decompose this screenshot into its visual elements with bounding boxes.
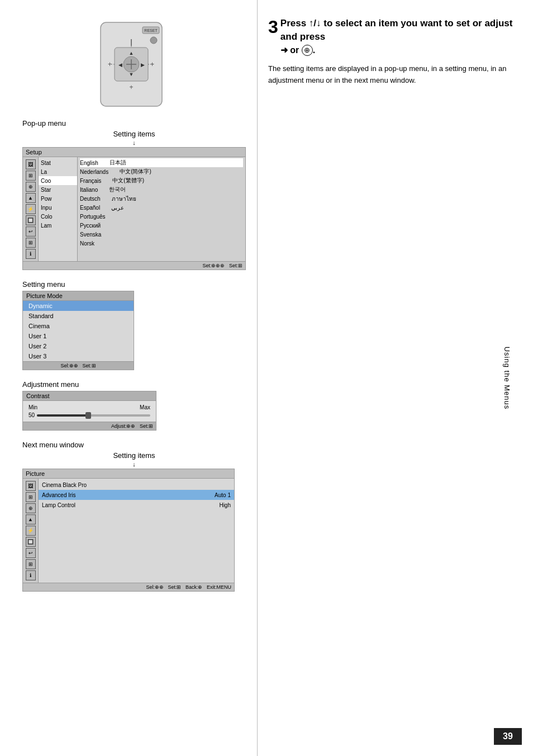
contrast-footer: Adjust:⊕⊕ Set:⊞ — [23, 422, 156, 430]
setup-items-col: Stat La Coo Star Pow Inpu Colo Lam — [39, 157, 78, 261]
lang-nederlands: Nederlands中文(简体字) — [80, 167, 243, 176]
next-icon-status: ▲ — [23, 514, 38, 525]
side-label: Using the Menus — [503, 347, 511, 410]
popup-menu-label: Pop-up menu — [22, 119, 246, 127]
menu-item-la: La — [39, 167, 77, 176]
lamp-control-value: High — [219, 502, 231, 508]
lang-francais: Français中文(繁體字) — [80, 176, 243, 185]
svg-text:+: + — [129, 83, 133, 91]
picture-mode-footer: Sel:⊕⊕ Set:⊞ — [23, 361, 134, 370]
icon-screen: ⊞ — [23, 170, 38, 181]
menu-item-star: Star — [39, 185, 77, 194]
setting-items-arrow-top: ↓ — [22, 139, 246, 146]
setting-items-label-top: Setting items — [22, 130, 246, 138]
next-icon-info: ℹ — [23, 570, 38, 581]
icon-color: 🔲 — [23, 215, 38, 226]
mode-user3: User 3 — [23, 351, 134, 361]
lang-italiano: Italiano한국어 — [80, 185, 243, 194]
icon-feature: ⊕ — [23, 181, 38, 192]
lang-portugues: Português — [80, 212, 243, 221]
setting-menu-label: Setting menu — [22, 280, 246, 289]
next-menu-label: Next menu window — [22, 441, 246, 449]
next-menu-body: 🖼 ⊞ ⊕ ▲ ⚡ 🔲 ↩ ⊞ ℹ Cinema Black Pro — [23, 479, 234, 583]
next-row-advanced-iris: Advanced Iris Auto 1 — [39, 490, 234, 500]
next-menu-icons-col: 🖼 ⊞ ⊕ ▲ ⚡ 🔲 ↩ ⊞ ℹ — [23, 479, 39, 583]
mode-user1: User 1 — [23, 331, 134, 341]
lang-deutsch: Deutschภาษาไทย — [80, 194, 243, 203]
step3-heading-text: Press ↑/↓ to select an item you want to … — [280, 17, 516, 56]
svg-text:RESET: RESET — [144, 29, 158, 32]
menu-item-stat: Stat — [39, 158, 77, 167]
next-row-empty5 — [39, 550, 234, 560]
setting-items-label-bottom: Setting items — [22, 451, 246, 460]
mode-standard: Standard — [23, 311, 134, 321]
icon-input: ↩ — [23, 226, 38, 237]
mode-cinema: Cinema — [23, 321, 134, 331]
setup-langs-col: English日本語 Nederlands中文(简体字) Français中文(… — [78, 157, 245, 261]
next-row-empty6 — [39, 560, 234, 570]
page-number: 39 — [494, 728, 522, 745]
step3-heading-suffix: ➜ or ⊕. — [280, 45, 315, 55]
next-icon-input: ↩ — [23, 547, 38, 559]
svg-text:▼: ▼ — [129, 72, 134, 77]
setup-menu-title: Setup — [23, 148, 245, 157]
contrast-bar-row: 50 — [28, 412, 150, 418]
contrast-max-label: Max — [140, 404, 150, 410]
circle-plus-icon: ⊕ — [302, 45, 313, 56]
setup-menu-body: 🖼 ⊞ ⊕ ▲ ⚡ 🔲 ↩ ⊞ ℹ Stat La Coo Star Pow — [23, 157, 245, 261]
column-divider — [257, 0, 258, 756]
lang-norsk: Norsk — [80, 239, 243, 248]
contrast-min-label: Min — [28, 404, 37, 410]
next-row-empty3 — [39, 530, 234, 540]
next-icon-feature: ⊕ — [23, 503, 38, 514]
lang-svenska: Svenska — [80, 230, 243, 239]
picture-mode-title: Picture Mode — [23, 291, 134, 301]
menu-item-pow: Pow — [39, 194, 77, 203]
advanced-iris-value: Auto 1 — [215, 492, 231, 498]
contrast-menu-box: Contrast Min Max 50 Adjust:⊕⊕ Set:⊞ — [22, 391, 156, 431]
page-container: RESET ▲ ▼ ◀ ▶ + + + — [0, 0, 533, 756]
next-row-lamp-control: Lamp Control High — [39, 500, 234, 510]
next-row-empty1 — [39, 510, 234, 520]
icon-power: ⚡ — [23, 204, 38, 215]
or-text: or — [290, 45, 299, 55]
setup-icons-col: 🖼 ⊞ ⊕ ▲ ⚡ 🔲 ↩ ⊞ ℹ — [23, 157, 39, 261]
remote-diagram: RESET ▲ ▼ ◀ ▶ + + + — [70, 17, 198, 114]
contrast-labels: Min Max — [28, 404, 150, 410]
mode-user2: User 2 — [23, 341, 134, 351]
svg-point-15 — [150, 37, 157, 44]
step3-heading-row: 3 Press ↑/↓ to select an item you want t… — [268, 17, 516, 56]
advanced-iris-label: Advanced Iris — [42, 492, 76, 498]
menu-item-empty2 — [39, 239, 77, 248]
lang-espanol: Españolعربي — [80, 203, 243, 212]
next-icon-picture: 🖼 — [23, 480, 38, 492]
mode-dynamic: Dynamic — [23, 301, 134, 311]
setup-menu-footer: Set:⊕⊕⊕ Set:⊞ — [23, 261, 245, 270]
cinema-black-label: Cinema Black Pro — [42, 482, 87, 488]
next-menu-content-col: Cinema Black Pro Advanced Iris Auto 1 La… — [39, 479, 234, 583]
next-icon-color2: ⊞ — [23, 559, 38, 570]
svg-text:◀: ◀ — [118, 62, 122, 68]
setup-menu-box: Setup 🖼 ⊞ ⊕ ▲ ⚡ 🔲 ↩ ⊞ ℹ Stat La — [22, 147, 246, 270]
step3-body-text: The setting items are displayed in a pop… — [268, 63, 516, 87]
icon-status: ▲ — [23, 192, 38, 204]
contrast-body: Min Max 50 — [23, 401, 156, 422]
step3-heading-main: Press ↑/↓ to select an item you want to … — [280, 17, 516, 56]
next-row-empty2 — [39, 520, 234, 530]
step-number: 3 — [268, 17, 278, 37]
menu-item-empty — [39, 230, 77, 239]
lang-russian: Русский — [80, 221, 243, 230]
next-row-empty4 — [39, 540, 234, 550]
left-column: RESET ▲ ▼ ◀ ▶ + + + — [0, 0, 257, 756]
menu-item-lam: Lam — [39, 221, 77, 230]
remote-svg: RESET ▲ ▼ ◀ ▶ + + + — [70, 17, 193, 112]
next-menu-footer: Sel:⊕⊕ Set:⊞ Back:⊕ Exit:MENU — [23, 583, 234, 591]
lamp-control-label: Lamp Control — [42, 502, 75, 508]
adjustment-menu-label: Adjustment menu — [22, 380, 246, 389]
icon-picture: 🖼 — [23, 159, 38, 170]
contrast-fill — [37, 414, 88, 417]
contrast-track — [37, 414, 150, 417]
menu-item-colo: Colo — [39, 212, 77, 221]
menu-item-inpu: Inpu — [39, 203, 77, 212]
next-menu-box: Picture 🖼 ⊞ ⊕ ▲ ⚡ 🔲 ↩ ⊞ ℹ Cinema — [22, 469, 235, 592]
